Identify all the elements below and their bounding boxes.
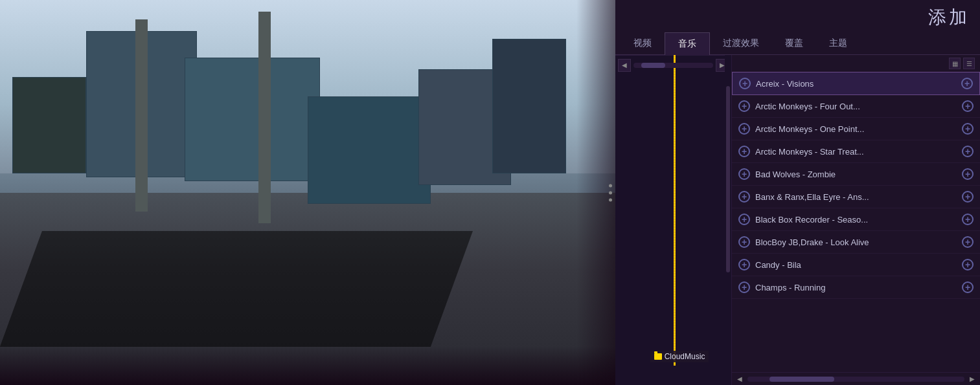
add-left-icon-7[interactable]: +	[738, 214, 750, 225]
music-name-2: Arctic Monkeys - Four Out...	[755, 102, 957, 111]
add-right-icon-9[interactable]: +	[962, 259, 974, 270]
dot-2	[609, 191, 612, 194]
dot-1	[609, 184, 612, 187]
music-item-10[interactable]: + Champs - Running +	[732, 276, 980, 299]
page-title: 添加	[928, 5, 970, 30]
bottom-scrollbar: ◀ ▶	[732, 372, 980, 385]
scroll-left-btn[interactable]: ◀	[735, 374, 745, 384]
music-list-panel: ▦ ☰ + Acreix - Visions +	[732, 55, 980, 385]
music-name-8: BlocBoy JB,Drake - Look Alive	[755, 237, 957, 247]
right-scroll-icon: ▶	[970, 375, 975, 382]
music-item-5[interactable]: + Bad Wolves - Zombie +	[732, 163, 980, 186]
video-bottom-overlay	[0, 346, 615, 385]
sidebar-h-scroll[interactable]	[633, 63, 713, 68]
tab-music[interactable]: 音乐	[665, 32, 710, 55]
structure-6	[492, 39, 566, 173]
cloud-music-text: CloudMusic	[665, 352, 705, 361]
add-left-icon-1[interactable]: +	[739, 78, 751, 89]
tabs-bar: 视频 音乐 过渡效果 覆盖 主题	[615, 32, 980, 55]
sidebar-scrollbar[interactable]	[725, 55, 731, 366]
add-right-icon-1[interactable]: +	[961, 78, 973, 89]
dot-3	[609, 198, 612, 201]
tab-transition[interactable]: 过渡效果	[710, 32, 772, 54]
header: 添加	[615, 0, 980, 32]
grid-view-btn[interactable]: ▦	[949, 58, 961, 69]
add-right-icon-4[interactable]: +	[962, 146, 974, 157]
structure-3	[185, 58, 320, 181]
video-panel	[0, 0, 615, 385]
list-view-btn[interactable]: ☰	[963, 58, 975, 69]
add-left-icon-5[interactable]: +	[738, 168, 750, 180]
music-item-2[interactable]: + Arctic Monkeys - Four Out... +	[732, 95, 980, 118]
music-name-1: Acreix - Visions	[756, 79, 956, 89]
music-item-4[interactable]: + Arctic Monkeys - Star Treat... +	[732, 140, 980, 163]
music-name-4: Arctic Monkeys - Star Treat...	[755, 147, 957, 157]
sidebar-panel: CloudMusic ◀ ▶	[615, 55, 732, 385]
music-item-1[interactable]: + Acreix - Visions +	[732, 72, 980, 95]
list-toolbar: ▦ ☰	[732, 55, 980, 72]
add-right-icon-3[interactable]: +	[962, 123, 974, 135]
add-left-icon-8[interactable]: +	[738, 236, 750, 248]
music-name-5: Bad Wolves - Zombie	[755, 170, 957, 179]
add-left-icon-2[interactable]: +	[738, 100, 750, 112]
left-scroll-icon: ◀	[737, 375, 742, 382]
add-left-icon-6[interactable]: +	[738, 191, 750, 203]
add-left-icon-9[interactable]: +	[738, 259, 750, 270]
right-arrow-icon: ▶	[720, 61, 725, 69]
add-left-icon-10[interactable]: +	[738, 281, 750, 293]
main-content: CloudMusic ◀ ▶ ▦ ☰	[615, 55, 980, 385]
h-scroll-track[interactable]	[747, 377, 964, 382]
timeline-bar	[674, 55, 676, 366]
sidebar-left-btn[interactable]: ◀	[618, 59, 631, 72]
cloud-music-folder[interactable]: CloudMusic	[650, 351, 709, 362]
music-name-7: Black Box Recorder - Seaso...	[755, 215, 957, 225]
add-right-icon-5[interactable]: +	[962, 168, 974, 180]
music-item-8[interactable]: + BlocBoy JB,Drake - Look Alive +	[732, 231, 980, 254]
structure-1	[12, 77, 86, 173]
sidebar-h-scroll-thumb	[641, 63, 665, 68]
add-right-icon-2[interactable]: +	[962, 100, 974, 112]
music-name-9: Candy - Bila	[755, 260, 957, 270]
add-left-icon-3[interactable]: +	[738, 123, 750, 135]
timeline-dots	[609, 184, 612, 201]
grid-icon: ▦	[952, 60, 958, 67]
music-name-6: Banx & Ranx,Ella Eyre - Ans...	[755, 192, 957, 202]
list-icon: ☰	[966, 60, 972, 67]
video-scene	[0, 0, 615, 385]
left-arrow-icon: ◀	[622, 61, 627, 69]
add-right-icon-10[interactable]: +	[962, 281, 974, 293]
tab-theme[interactable]: 主题	[816, 32, 860, 54]
folder-icon	[654, 353, 662, 360]
sidebar-scroll-thumb[interactable]	[726, 86, 730, 272]
add-right-icon-6[interactable]: +	[962, 191, 974, 203]
music-item-3[interactable]: + Arctic Monkeys - One Point... +	[732, 118, 980, 140]
music-item-7[interactable]: + Black Box Recorder - Seaso... +	[732, 208, 980, 231]
add-right-icon-7[interactable]: +	[962, 214, 974, 225]
h-scroll-thumb	[769, 377, 835, 382]
tower-1	[135, 19, 148, 212]
scroll-right-btn[interactable]: ▶	[967, 374, 977, 384]
music-items-list[interactable]: + Acreix - Visions + + Arctic Monkeys - …	[732, 72, 980, 372]
tower-2	[258, 12, 271, 223]
tab-video[interactable]: 视频	[621, 32, 665, 54]
right-panel: 添加 视频 音乐 过渡效果 覆盖 主题 CloudMusic ◀	[615, 0, 980, 385]
add-left-icon-4[interactable]: +	[738, 146, 750, 157]
shadow-area	[0, 231, 473, 347]
tab-overlay[interactable]: 覆盖	[772, 32, 816, 54]
add-right-icon-8[interactable]: +	[962, 236, 974, 248]
music-item-9[interactable]: + Candy - Bila +	[732, 254, 980, 276]
music-name-3: Arctic Monkeys - One Point...	[755, 124, 957, 134]
music-item-6[interactable]: + Banx & Ranx,Ella Eyre - Ans... +	[732, 186, 980, 208]
structure-4	[308, 96, 431, 204]
music-name-10: Champs - Running	[755, 283, 957, 292]
